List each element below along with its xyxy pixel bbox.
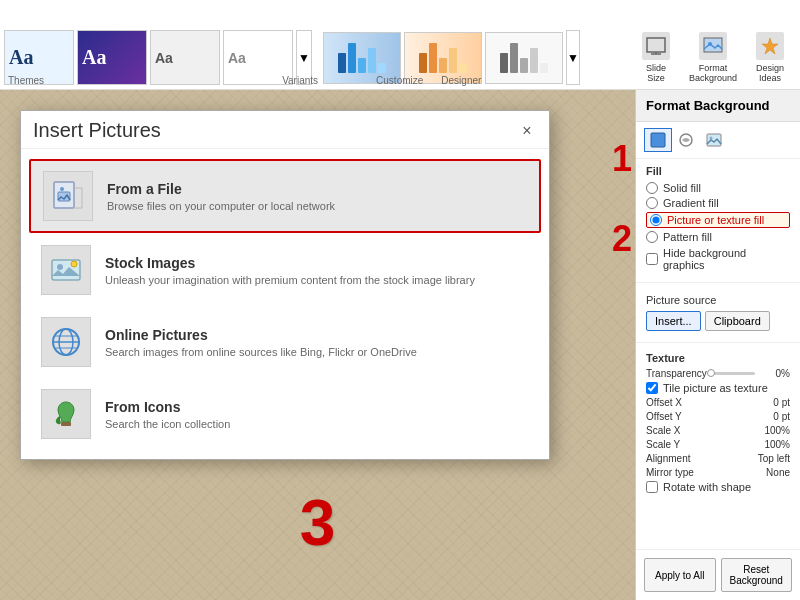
ribbon-section-labels: Themes Variants Customize Designer bbox=[0, 75, 800, 89]
offset-x-row: Offset X 0 pt bbox=[646, 397, 790, 408]
panel-icon-tabs bbox=[636, 122, 800, 159]
pattern-fill-label: Pattern fill bbox=[663, 231, 712, 243]
svg-rect-17 bbox=[61, 422, 71, 426]
pattern-fill-radio[interactable] bbox=[646, 231, 658, 243]
icons-icon bbox=[41, 389, 91, 439]
dialog-item-icons-text: From Icons Search the icon collection bbox=[105, 399, 529, 430]
rotate-label: Rotate with shape bbox=[663, 481, 751, 493]
dialog-item-file-text: From a File Browse files on your compute… bbox=[107, 181, 527, 212]
transparency-label: Transparency bbox=[646, 368, 707, 379]
panel-header: Format Background bbox=[636, 90, 800, 122]
offset-y-value: 0 pt bbox=[755, 411, 790, 422]
dialog-item-stock-title: Stock Images bbox=[105, 255, 529, 271]
dialog-close-button[interactable]: × bbox=[517, 121, 537, 141]
alignment-value: Top left bbox=[755, 453, 790, 464]
gradient-fill-option[interactable]: Gradient fill bbox=[646, 197, 790, 209]
svg-point-21 bbox=[710, 137, 713, 140]
dialog-body: From a File Browse files on your compute… bbox=[21, 149, 549, 459]
dialog-item-stock-desc: Unleash your imagination with premium co… bbox=[105, 274, 529, 286]
ribbon: Aa Aa Aa Aa ▼ bbox=[0, 0, 800, 90]
source-buttons: Insert... Clipboard bbox=[646, 311, 790, 331]
offset-x-value: 0 pt bbox=[755, 397, 790, 408]
file-icon bbox=[43, 171, 93, 221]
tile-label: Tile picture as texture bbox=[663, 382, 768, 394]
fill-tab-btn[interactable] bbox=[644, 128, 672, 152]
main-area: Insert Pictures × bbox=[0, 90, 800, 600]
alignment-label: Alignment bbox=[646, 453, 690, 464]
alignment-row: Alignment Top left bbox=[646, 453, 790, 464]
rotate-option[interactable]: Rotate with shape bbox=[646, 481, 790, 493]
solid-fill-option[interactable]: Solid fill bbox=[646, 182, 790, 194]
pattern-fill-option[interactable]: Pattern fill bbox=[646, 231, 790, 243]
scale-x-value: 100% bbox=[755, 425, 790, 436]
scale-y-row: Scale Y 100% bbox=[646, 439, 790, 450]
solid-fill-label: Solid fill bbox=[663, 182, 701, 194]
rotate-checkbox[interactable] bbox=[646, 481, 658, 493]
customize-section-label: Customize bbox=[372, 75, 427, 89]
dialog-item-online[interactable]: Online Pictures Search images from onlin… bbox=[29, 307, 541, 377]
dialog-item-stock[interactable]: Stock Images Unleash your imagination wi… bbox=[29, 235, 541, 305]
hide-bg-label: Hide background graphics bbox=[663, 247, 790, 271]
transparency-row: Transparency 0% bbox=[646, 368, 790, 379]
scale-y-label: Scale Y bbox=[646, 439, 680, 450]
divider-1 bbox=[636, 282, 800, 283]
slide-canvas: Insert Pictures × bbox=[0, 90, 635, 600]
picture-texture-fill-label: Picture or texture fill bbox=[667, 214, 764, 226]
dialog-item-icons-desc: Search the icon collection bbox=[105, 418, 529, 430]
picture-texture-fill-radio[interactable] bbox=[650, 214, 662, 226]
dialog-item-file-title: From a File bbox=[107, 181, 527, 197]
dialog-item-icons-title: From Icons bbox=[105, 399, 529, 415]
format-background-panel: Format Background Fill Solid fill bbox=[635, 90, 800, 600]
gradient-fill-label: Gradient fill bbox=[663, 197, 719, 209]
texture-title: Texture bbox=[646, 352, 790, 364]
image-tab-btn[interactable] bbox=[700, 128, 728, 152]
dialog-item-online-text: Online Pictures Search images from onlin… bbox=[105, 327, 529, 358]
mirror-value: None bbox=[755, 467, 790, 478]
insert-btn[interactable]: Insert... bbox=[646, 311, 701, 331]
svg-rect-0 bbox=[647, 38, 665, 52]
scale-x-row: Scale X 100% bbox=[646, 425, 790, 436]
variants-section-label: Variants bbox=[278, 75, 322, 89]
designer-section-label: Designer bbox=[437, 75, 485, 89]
fill-section: Fill Solid fill Gradient fill Picture or… bbox=[636, 159, 800, 277]
picture-source-label: Picture source bbox=[646, 294, 790, 306]
offset-y-row: Offset Y 0 pt bbox=[646, 411, 790, 422]
svg-point-8 bbox=[60, 187, 64, 191]
apply-to-all-btn[interactable]: Apply to All bbox=[644, 558, 716, 592]
dialog-item-file[interactable]: From a File Browse files on your compute… bbox=[29, 159, 541, 233]
panel-footer: Apply to All Reset Background bbox=[636, 549, 800, 600]
svg-rect-3 bbox=[704, 38, 722, 52]
hide-bg-option[interactable]: Hide background graphics bbox=[646, 247, 790, 271]
tile-checkbox[interactable] bbox=[646, 382, 658, 394]
picture-texture-fill-option[interactable]: Picture or texture fill bbox=[646, 212, 790, 228]
solid-fill-radio[interactable] bbox=[646, 182, 658, 194]
insert-pictures-dialog: Insert Pictures × bbox=[20, 110, 550, 460]
effects-tab-btn[interactable] bbox=[672, 128, 700, 152]
dialog-item-online-title: Online Pictures bbox=[105, 327, 529, 343]
transparency-slider-thumb[interactable] bbox=[707, 369, 715, 377]
hide-bg-checkbox[interactable] bbox=[646, 253, 658, 265]
tile-option[interactable]: Tile picture as texture bbox=[646, 382, 790, 394]
dialog-titlebar: Insert Pictures × bbox=[21, 111, 549, 149]
svg-rect-20 bbox=[707, 134, 721, 146]
texture-section: Texture Transparency 0% Tile picture as … bbox=[636, 348, 800, 497]
dialog-item-online-desc: Search images from online sources like B… bbox=[105, 346, 529, 358]
dialog-item-icons[interactable]: From Icons Search the icon collection bbox=[29, 379, 541, 449]
transparency-slider-track[interactable] bbox=[707, 372, 755, 375]
mirror-row: Mirror type None bbox=[646, 467, 790, 478]
fill-options: Solid fill Gradient fill Picture or text… bbox=[646, 182, 790, 243]
dialog-title: Insert Pictures bbox=[33, 119, 161, 142]
svg-point-11 bbox=[71, 261, 77, 267]
themes-section-label: Themes bbox=[4, 75, 48, 89]
picture-source-section: Picture source Insert... Clipboard bbox=[636, 288, 800, 337]
transparency-value: 0% bbox=[755, 368, 790, 379]
annotation-3: 3 bbox=[300, 486, 336, 560]
clipboard-btn[interactable]: Clipboard bbox=[705, 311, 770, 331]
reset-background-btn[interactable]: Reset Background bbox=[721, 558, 793, 592]
offset-x-label: Offset X bbox=[646, 397, 682, 408]
gradient-fill-radio[interactable] bbox=[646, 197, 658, 209]
svg-point-10 bbox=[57, 264, 63, 270]
mirror-label: Mirror type bbox=[646, 467, 694, 478]
fill-section-title: Fill bbox=[646, 165, 790, 177]
online-icon bbox=[41, 317, 91, 367]
